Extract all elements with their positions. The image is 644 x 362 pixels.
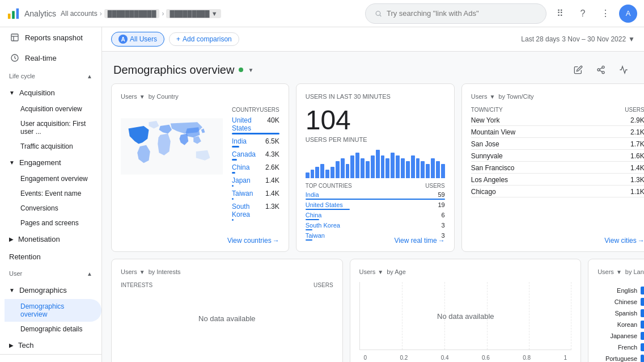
date-range[interactable]: Last 28 days 3 Nov – 30 Nov 2022 ▼	[521, 35, 635, 43]
sidebar-engagement-group[interactable]: ▼ Engagement	[5, 154, 101, 171]
top-countries-header: TOP COUNTRIES USERS	[306, 183, 445, 189]
sidebar-item-engagement-overview[interactable]: Engagement overview	[5, 171, 101, 186]
edit-report-btn[interactable]	[569, 61, 587, 79]
date-range-value: 3 Nov – 30 Nov 2022	[562, 35, 626, 43]
insights-icon	[619, 65, 628, 74]
realtime-users-col: USERS	[425, 183, 444, 189]
date-range-label: Last 28 days	[521, 35, 560, 43]
cards-grid: Users ▼ by Country	[102, 83, 644, 362]
view-cities-link[interactable]: View cities →	[604, 237, 644, 245]
chart-view-btn[interactable]	[615, 61, 633, 79]
card-interests-dropdown[interactable]: ▼	[139, 269, 145, 275]
card-age-by: by Age	[387, 268, 406, 275]
card-country-by: by Country	[149, 93, 179, 100]
top-country-rows: India 59 United States 19 China 6 South …	[306, 191, 445, 241]
realtime-label: Real-time	[25, 54, 57, 62]
sidebar-item-pages-screens[interactable]: Pages and screens	[5, 216, 101, 230]
share-btn[interactable]	[592, 61, 610, 79]
help-icon-btn[interactable]: ?	[574, 5, 592, 23]
card-city-dropdown[interactable]: ▼	[489, 94, 495, 100]
view-realtime-link[interactable]: View real time →	[395, 237, 445, 245]
search-input[interactable]	[387, 9, 537, 18]
title-dropdown-arrow[interactable]: ▼	[248, 67, 253, 73]
card-language-users-label: Users	[598, 268, 614, 275]
country-table-row: South Korea 1.3K	[232, 203, 279, 221]
user-section-label: User	[9, 270, 22, 277]
breadcrumb-sep1: ›	[100, 10, 102, 18]
sidebar-item-tech[interactable]: ▶ Tech	[0, 336, 101, 354]
svg-rect-0	[8, 14, 11, 19]
sidebar-demographics-group[interactable]: ▼ Demographics	[5, 281, 101, 299]
card-language-dropdown[interactable]: ▼	[616, 269, 622, 275]
realtime-bar	[350, 155, 354, 178]
lifecycle-chevron[interactable]: ▲	[87, 73, 92, 79]
svg-line-13	[600, 70, 603, 72]
age-axis-02: 0.2	[400, 355, 408, 361]
world-map-svg	[121, 107, 223, 186]
page-title: Demographics overview ▼	[113, 64, 253, 77]
realtime-bar	[315, 167, 319, 178]
sidebar-item-realtime[interactable]: Real-time	[0, 48, 101, 68]
users-col-header: USERS	[260, 107, 279, 113]
language-row: Korean	[598, 321, 644, 329]
country-table-row: China 2.6K	[232, 163, 279, 174]
sidebar-item-monetisation[interactable]: ▶ Monetisation	[0, 230, 101, 248]
sidebar-item-demographics-overview[interactable]: Demographics overview	[5, 299, 101, 322]
top-countries-label: TOP COUNTRIES	[306, 183, 352, 189]
language-bar	[641, 287, 644, 294]
city-table-row: New York 2.9K	[471, 116, 644, 126]
svg-point-11	[598, 69, 600, 71]
add-comparison-btn[interactable]: + Add comparison	[169, 32, 239, 46]
top-bar: Analytics All accounts › ███████████ › █…	[0, 0, 644, 27]
lifecycle-label: Life cycle	[9, 73, 35, 79]
card-age-dropdown[interactable]: ▼	[378, 269, 383, 275]
status-indicator	[239, 68, 243, 72]
apps-icon-btn[interactable]: ⠿	[551, 5, 569, 23]
svg-rect-5	[11, 34, 18, 41]
user-avatar[interactable]: A	[619, 5, 637, 23]
card-country: Users ▼ by Country	[111, 83, 289, 252]
country-rows: United States 40K India 6.5K Canada 4.3K…	[232, 116, 279, 221]
realtime-bar	[366, 161, 370, 178]
breadcrumb-account[interactable]: All accounts	[61, 10, 98, 18]
view-countries-link[interactable]: View countries →	[227, 237, 279, 245]
language-bar-bg	[641, 287, 644, 294]
language-bar-bg	[641, 332, 644, 340]
more-icon-btn[interactable]: ⋮	[596, 5, 615, 23]
all-users-pill-label: All Users	[130, 35, 157, 43]
all-users-pill[interactable]: A All Users	[111, 32, 164, 47]
card-realtime: USERS IN LAST 30 MINUTES 104 USERS PER M…	[296, 83, 455, 252]
card-country-dropdown[interactable]: ▼	[139, 94, 145, 100]
page-title-actions	[569, 61, 633, 79]
realtime-bar	[411, 155, 415, 178]
city-users-col-header: USERS	[625, 107, 644, 113]
sidebar-item-user-acquisition[interactable]: User acquisition: First user ...	[5, 116, 101, 139]
user-chevron[interactable]: ▲	[87, 271, 92, 277]
sidebar-item-settings[interactable]	[0, 359, 101, 362]
interests-col-header: INTERESTS	[121, 282, 152, 288]
all-users-pill-icon: A	[118, 35, 128, 44]
app-title: Analytics	[24, 9, 56, 18]
interests-no-data: No data available	[121, 292, 333, 346]
sidebar-item-reports-snapshot[interactable]: Reports snapshot	[0, 27, 101, 48]
realtime-bar	[391, 153, 395, 178]
engagement-section: ▼ Engagement Engagement overview Events:…	[0, 154, 101, 230]
top-country-row: South Korea 3	[306, 222, 445, 230]
sidebar-item-acquisition-overview[interactable]: Acquisition overview	[5, 102, 101, 116]
analytics-logo-icon	[7, 6, 21, 22]
age-axis-08: 0.8	[523, 355, 531, 361]
add-comparison-label: Add comparison	[183, 35, 232, 43]
sidebar-item-events[interactable]: Events: Event name	[5, 186, 101, 201]
search-bar[interactable]	[365, 3, 546, 24]
city-table-row: Chicago 1.1K	[471, 188, 644, 197]
sidebar-item-demographic-details[interactable]: Demographic details	[5, 322, 101, 336]
city-table-row: San Francisco 1.4K	[471, 164, 644, 174]
language-bar-bg	[641, 298, 644, 306]
country-table-row: United States 40K	[232, 116, 279, 134]
sidebar-item-conversions[interactable]: Conversions	[5, 201, 101, 216]
card-city: Users ▼ by Town/City TOWN/CITY USERS New…	[461, 83, 644, 252]
sidebar-item-traffic-acquisition[interactable]: Traffic acquisition	[5, 139, 101, 154]
sidebar-item-retention[interactable]: Retention	[0, 248, 101, 266]
sidebar-acquisition-group[interactable]: ▼ Acquisition	[5, 84, 101, 102]
world-map	[121, 107, 223, 224]
